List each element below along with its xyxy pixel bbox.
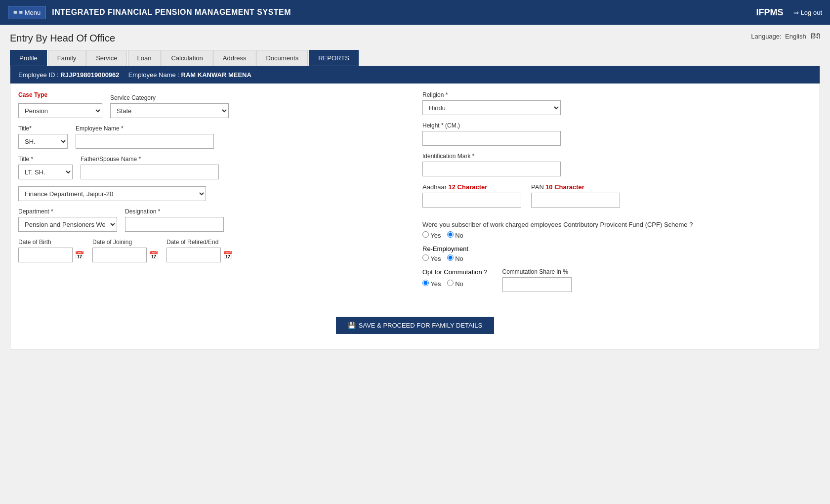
dob-input[interactable]: 02-09-1960 <box>18 248 73 262</box>
religion-group: Religion * Hindu <box>422 91 812 115</box>
commutation-share-group: Commutation Share in % 33.33 <box>502 268 572 292</box>
designation-input[interactable]: ADMINISTRATIVE OFFICER <box>125 217 224 232</box>
cpf-no-label[interactable]: No <box>447 231 463 239</box>
identification-group: Identification Mark * MOLE ON CHICK <box>422 153 812 176</box>
dates-row: Date of Birth 02-09-1960 📅 Date of Joini… <box>18 239 408 262</box>
cpf-yes-label[interactable]: Yes <box>422 231 441 239</box>
reemployment-no-radio[interactable] <box>447 254 454 261</box>
dob-group: Date of Birth 02-09-1960 📅 <box>18 239 84 262</box>
commutation-group: Opt for Commutation ? Yes No <box>422 268 488 288</box>
commutation-label: Opt for Commutation ? <box>422 268 488 276</box>
language-hindi[interactable]: हिंदी <box>811 33 820 40</box>
save-proceed-button[interactable]: 💾 SAVE & PROCEED FOR FAMILY DETAILS <box>336 317 494 334</box>
reemployment-radio-group: Yes No <box>422 254 812 262</box>
emp-name-group: Employee Name * RAM KANWAR VEENA <box>76 125 214 149</box>
case-type-select[interactable]: Pension <box>18 103 102 118</box>
cpf-yes-text: Yes <box>430 232 441 239</box>
reemployment-no-label[interactable]: No <box>447 254 463 262</box>
language-row: Language: English हिंदी <box>749 33 820 41</box>
title2-group: Title * LT. SH. <box>18 156 73 179</box>
commutation-no-text: No <box>455 280 463 288</box>
dor-calendar-icon[interactable]: 📅 <box>223 251 233 260</box>
department-select[interactable]: Pension and Pensioners Welfare D <box>18 217 117 232</box>
cpf-radio-group: Yes No <box>422 231 812 239</box>
form-left: Case Type Pension Service Category State <box>18 91 408 299</box>
religion-select[interactable]: Hindu <box>422 100 561 115</box>
title2-select[interactable]: LT. SH. <box>18 165 73 179</box>
logout-icon: ⇒ <box>793 9 799 16</box>
employee-name-value: RAM KANWAR MEENA <box>181 71 251 79</box>
emp-name-input[interactable]: RAM KANWAR VEENA <box>76 134 214 149</box>
menu-label: ≡ Menu <box>19 9 41 16</box>
form-container: Employee ID : RJJP198019000962 Employee … <box>10 66 820 349</box>
tab-loan[interactable]: Loan <box>128 50 161 66</box>
tabs-container: Profile Family Service Loan Calculation … <box>10 50 820 66</box>
commutation-share-input[interactable]: 33.33 <box>502 277 572 292</box>
height-group: Height * (CM.) 127 <box>422 122 812 146</box>
tab-address[interactable]: Address <box>213 50 256 66</box>
reemployment-label: Re-Employment <box>422 245 812 252</box>
language-label: Language: <box>751 33 781 40</box>
dept-desig-row: Department * Pension and Pensioners Welf… <box>18 208 408 232</box>
dept-dropdown-row: Finance Department, Jaipur-20 <box>18 186 408 201</box>
height-input[interactable]: 127 <box>422 131 561 146</box>
pan-input[interactable]: ADDPM4411F <box>531 193 620 208</box>
aadhaar-input[interactable]: 346520452862 <box>422 193 521 208</box>
reemployment-yes-text: Yes <box>430 255 441 262</box>
header-left: ≡ ≡ Menu INTEGRATED FINANCIAL PENSION MA… <box>8 6 291 19</box>
page-title: Entry By Head Of Office <box>10 33 115 44</box>
save-label: SAVE & PROCEED FOR FAMILY DETAILS <box>359 322 482 329</box>
reemployment-yes-label[interactable]: Yes <box>422 254 441 262</box>
reemployment-yes-radio[interactable] <box>422 254 429 261</box>
service-category-select[interactable]: State <box>110 103 229 118</box>
commutation-row: Opt for Commutation ? Yes No <box>422 268 812 292</box>
logout-label: Log out <box>801 9 822 16</box>
logout-button[interactable]: ⇒ Log out <box>793 9 822 16</box>
pan-label: PAN 10 Character <box>531 183 620 191</box>
cpf-no-text: No <box>455 232 463 239</box>
language-english[interactable]: English <box>785 33 806 40</box>
save-row: 💾 SAVE & PROCEED FOR FAMILY DETAILS <box>10 307 820 349</box>
cpf-yes-radio[interactable] <box>422 231 429 238</box>
tab-documents[interactable]: Documents <box>256 50 308 66</box>
dor-label: Date of Retired/End <box>166 239 233 246</box>
tab-service[interactable]: Service <box>86 50 126 66</box>
title1-select[interactable]: SH. <box>18 134 68 149</box>
employee-id-label: Employee ID : <box>18 71 59 79</box>
dor-input[interactable]: 30-09-2020 <box>166 248 221 262</box>
commutation-yes-label[interactable]: Yes <box>422 280 441 288</box>
employee-bar: Employee ID : RJJP198019000962 Employee … <box>10 66 820 84</box>
cpf-block: Were you subscriber of work charged empl… <box>422 220 812 239</box>
commutation-yes-radio[interactable] <box>422 280 429 286</box>
commutation-no-radio[interactable] <box>447 280 454 286</box>
doj-input[interactable]: 07-10-1980 <box>92 248 147 262</box>
reemployment-no-text: No <box>455 255 463 262</box>
doj-calendar-icon[interactable]: 📅 <box>149 251 159 260</box>
identification-input[interactable]: MOLE ON CHICK <box>422 162 561 176</box>
commutation-share-label: Commutation Share in % <box>502 268 572 275</box>
employee-id-value: RJJP198019000962 <box>60 71 119 79</box>
header-title: INTEGRATED FINANCIAL PENSION MANAGEMENT … <box>52 8 291 17</box>
dob-input-wrap: 02-09-1960 📅 <box>18 248 84 262</box>
dob-calendar-icon[interactable]: 📅 <box>75 251 84 260</box>
reemployment-block: Re-Employment Yes No <box>422 245 812 262</box>
form-right: Religion * Hindu Height * (CM.) 127 Iden… <box>422 91 812 299</box>
tab-reports[interactable]: REPORTS <box>309 50 359 66</box>
aadhaar-char-label: 12 Character <box>449 183 488 191</box>
menu-icon: ≡ <box>13 9 17 16</box>
dept-dropdown-select[interactable]: Finance Department, Jaipur-20 <box>18 186 206 201</box>
header: ≡ ≡ Menu INTEGRATED FINANCIAL PENSION MA… <box>0 0 830 25</box>
father-name-input[interactable]: ISAR RAM MEENA <box>81 165 219 179</box>
page-wrapper: Entry By Head Of Office Language: Englis… <box>0 25 830 357</box>
emp-name-label: Employee Name * <box>76 125 214 132</box>
tab-calculation[interactable]: Calculation <box>162 50 212 66</box>
commutation-no-label[interactable]: No <box>447 280 463 288</box>
dor-input-wrap: 30-09-2020 📅 <box>166 248 233 262</box>
doj-label: Date of Joining <box>92 239 159 246</box>
service-category-label: Service Category <box>110 94 229 101</box>
designation-label: Designation * <box>125 208 224 215</box>
menu-button[interactable]: ≡ ≡ Menu <box>8 6 46 19</box>
tab-family[interactable]: Family <box>48 50 85 66</box>
cpf-no-radio[interactable] <box>447 231 454 238</box>
tab-profile[interactable]: Profile <box>10 50 47 66</box>
